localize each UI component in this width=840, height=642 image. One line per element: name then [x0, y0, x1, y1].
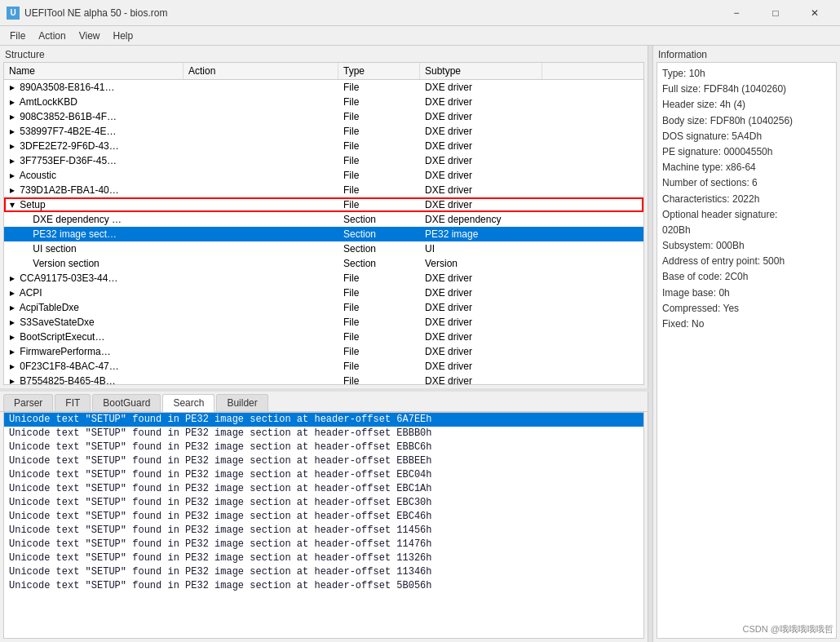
expand-icon[interactable]: ▾ [7, 199, 17, 210]
tab-bar: Parser FIT BootGuard Search Builder [0, 392, 648, 412]
row-subtype: UI [420, 242, 542, 255]
table-row[interactable]: UI section Section UI [4, 241, 643, 256]
table-row[interactable]: ▸ S3SaveStateDxe File DXE driver [4, 315, 643, 330]
list-item[interactable]: Unicode text "SETUP" found in PE32 image… [4, 538, 643, 551]
table-row[interactable]: ▸ 538997F7-4B2E-4E… File DXE driver [4, 124, 643, 139]
expand-icon[interactable]: ▸ [7, 317, 17, 328]
table-row[interactable]: ▸ AmtLockKBD File DXE driver [4, 95, 643, 109]
row-subtype: DXE driver [420, 81, 542, 94]
list-item[interactable]: Unicode text "SETUP" found in PE32 image… [4, 579, 643, 593]
table-row[interactable]: ▾ Setup File DXE driver [4, 197, 643, 212]
tree-panel[interactable]: Name Action Type Subtype ▸ 890A3508-E816… [3, 62, 644, 385]
maximize-button[interactable]: □ [757, 2, 794, 24]
row-name: ACPI [20, 287, 42, 299]
list-item[interactable]: Unicode text "SETUP" found in PE32 image… [4, 510, 643, 524]
row-type: File [338, 360, 420, 373]
row-action [183, 277, 338, 279]
expand-icon[interactable]: ▸ [7, 82, 17, 93]
row-type: File [338, 301, 420, 314]
row-subtype: DXE driver [420, 272, 542, 285]
expand-icon[interactable]: ▸ [7, 184, 17, 196]
title-bar: U UEFITool NE alpha 50 - bios.rom − □ ✕ [0, 0, 840, 26]
list-item[interactable]: Unicode text "SETUP" found in PE32 image… [4, 427, 643, 441]
expand-icon[interactable]: ▸ [7, 302, 17, 313]
tab-search[interactable]: Search [162, 394, 214, 412]
row-name: Acoustic [20, 170, 56, 181]
row-name: AmtLockKBD [20, 96, 77, 108]
close-button[interactable]: ✕ [796, 2, 833, 24]
menu-help[interactable]: Help [107, 29, 140, 43]
expand-icon[interactable]: ▸ [7, 155, 17, 166]
list-item[interactable]: Unicode text "SETUP" found in PE32 image… [4, 524, 643, 538]
menu-action[interactable]: Action [32, 29, 72, 43]
info-line: Address of entry point: 500h [662, 254, 831, 269]
info-line: Fixed: No [662, 317, 831, 332]
expand-icon[interactable]: ▸ [7, 375, 17, 385]
row-subtype: DXE driver [420, 286, 542, 299]
expand-icon[interactable]: ▸ [7, 170, 17, 181]
table-row[interactable]: ▸ B7554825-B465-4B… File DXE driver [4, 374, 643, 385]
left-panel: Structure Name Action Type Subtype ▸ 890… [0, 46, 648, 642]
list-item[interactable]: Unicode text "SETUP" found in PE32 image… [4, 482, 643, 496]
tab-fit[interactable]: FIT [55, 394, 91, 411]
search-results-panel[interactable]: Unicode text "SETUP" found in PE32 image… [3, 412, 644, 639]
row-name: 3DFE2E72-9F6D-43… [20, 140, 118, 152]
table-row[interactable]: ▸ FirmwarePerforma… File DXE driver [4, 344, 643, 359]
expand-icon[interactable]: ▸ [7, 111, 17, 122]
expand-icon[interactable]: ▸ [7, 287, 17, 299]
table-row[interactable]: ▸ 908C3852-B61B-4F… File DXE driver [4, 109, 643, 124]
table-row[interactable]: PE32 image sect… Section PE32 image [4, 227, 643, 241]
table-row[interactable]: ▸ 3F7753EF-D36F-45… File DXE driver [4, 153, 643, 168]
tab-builder[interactable]: Builder [216, 394, 267, 411]
row-type: File [338, 154, 420, 167]
row-subtype: DXE driver [420, 184, 542, 197]
table-row[interactable]: ▸ Acoustic File DXE driver [4, 168, 643, 183]
row-type: File [338, 330, 420, 343]
row-type: File [338, 374, 420, 385]
expand-icon[interactable]: ▸ [7, 346, 17, 357]
expand-icon[interactable]: ▸ [7, 361, 17, 372]
minimize-button[interactable]: − [718, 2, 755, 24]
expand-icon[interactable]: ▸ [7, 140, 17, 152]
tab-bootguard[interactable]: BootGuard [92, 394, 161, 411]
title-bar-left: U UEFITool NE alpha 50 - bios.rom [7, 7, 167, 20]
row-type: File [338, 81, 420, 94]
tab-parser[interactable]: Parser [3, 394, 53, 411]
expand-icon[interactable]: ▸ [7, 126, 17, 137]
table-row[interactable]: ▸ CCA91175-03E3-44… File DXE driver [4, 271, 643, 286]
info-line: Subsystem: 000Bh [662, 238, 831, 254]
row-subtype: DXE driver [420, 360, 542, 373]
row-action [183, 263, 338, 264]
information-content: Type: 10hFull size: FDF84h (1040260)Head… [657, 62, 837, 639]
list-item[interactable]: Unicode text "SETUP" found in PE32 image… [4, 441, 643, 454]
expand-icon[interactable]: ▸ [7, 272, 17, 284]
row-subtype: DXE driver [420, 316, 542, 329]
table-row[interactable]: ▸ AcpiTableDxe File DXE driver [4, 300, 643, 315]
list-item[interactable]: Unicode text "SETUP" found in PE32 image… [4, 496, 643, 510]
table-row[interactable]: ▸ ACPI File DXE driver [4, 286, 643, 300]
list-item[interactable]: Unicode text "SETUP" found in PE32 image… [4, 454, 643, 468]
table-row[interactable]: ▸ 739D1A2B-FBA1-40… File DXE driver [4, 183, 643, 197]
list-item[interactable]: Unicode text "SETUP" found in PE32 image… [4, 565, 643, 579]
row-type: File [338, 184, 420, 197]
menu-file[interactable]: File [3, 29, 32, 43]
tree-body: ▸ 890A3508-E816-41… File DXE driver ▸ Am… [4, 80, 643, 385]
table-row[interactable]: ▸ 0F23C1F8-4BAC-47… File DXE driver [4, 359, 643, 374]
menu-view[interactable]: View [73, 29, 107, 43]
row-type: File [338, 110, 420, 123]
table-row[interactable]: ▸ BootScriptExecut… File DXE driver [4, 330, 643, 344]
row-type: File [338, 316, 420, 329]
watermark: CSDN @哦哦哦哦哦哲 [743, 623, 833, 635]
row-type: File [338, 198, 420, 211]
list-item[interactable]: Unicode text "SETUP" found in PE32 image… [4, 551, 643, 565]
table-row[interactable]: DXE dependency … Section DXE dependency [4, 212, 643, 227]
info-line: Compressed: Yes [662, 301, 831, 317]
table-row[interactable]: Version section Section Version [4, 256, 643, 271]
expand-icon[interactable]: ▸ [7, 331, 17, 343]
expand-icon[interactable]: ▸ [7, 96, 17, 108]
table-row[interactable]: ▸ 890A3508-E816-41… File DXE driver [4, 80, 643, 95]
table-row[interactable]: ▸ 3DFE2E72-9F6D-43… File DXE driver [4, 139, 643, 153]
row-subtype: DXE driver [420, 169, 542, 182]
list-item[interactable]: Unicode text "SETUP" found in PE32 image… [4, 468, 643, 482]
list-item[interactable]: Unicode text "SETUP" found in PE32 image… [4, 413, 643, 427]
